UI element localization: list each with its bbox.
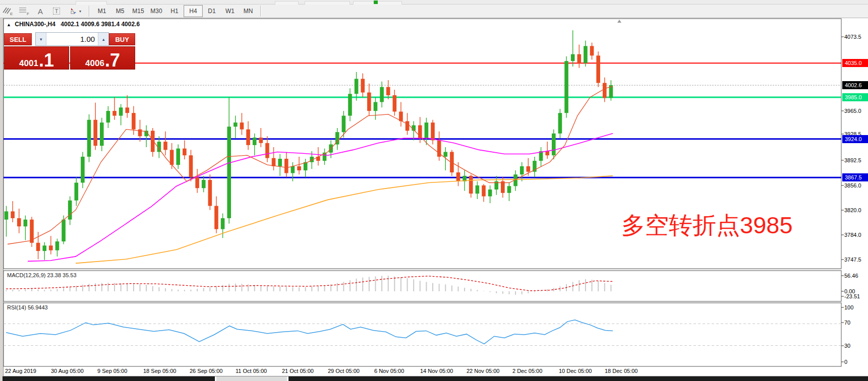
candle-body: [170, 150, 174, 165]
one-click-trade-panel: SELL ▾ 1.00 ▴ BUY 4001 .1 4006 .7: [4, 32, 135, 70]
candle-body: [195, 177, 199, 188]
date-axis[interactable]: 22 Aug 201930 Aug 05:009 Sep 05:0018 Sep…: [4, 367, 842, 376]
candle-body: [75, 182, 79, 200]
candle-body: [265, 143, 269, 158]
price-badge: 3985.0: [842, 93, 868, 101]
rsi-label: RSI(14) 56.9443: [7, 304, 48, 310]
candle-body: [367, 92, 371, 111]
sell-button[interactable]: SELL: [4, 33, 32, 45]
candle-body: [55, 241, 60, 250]
candle-body: [469, 176, 473, 194]
bottom-window-cutoff: [3, 376, 868, 381]
buy-button[interactable]: BUY: [109, 33, 135, 45]
date-tick-label: 2 Dec 05:00: [512, 368, 542, 374]
candle-body: [558, 113, 562, 134]
price-tick-label: 3856.0: [844, 182, 861, 188]
candle-body: [425, 122, 429, 138]
price-badge: 4035.0: [842, 59, 868, 67]
rsi-tick-label: 30: [844, 343, 850, 349]
date-tick-label: 22 Nov 05:00: [467, 368, 499, 374]
candle-body: [253, 138, 257, 145]
candle-body: [240, 122, 244, 130]
candle-body: [545, 151, 549, 155]
candle-body: [406, 121, 410, 131]
date-tick-label: 26 Sep 05:00: [190, 368, 222, 374]
sell-price-tile[interactable]: 4001 .1: [4, 46, 69, 70]
symbol-ohlc: 4002.1 4009.6 3981.4 4002.6: [61, 21, 140, 28]
candle-body: [208, 180, 212, 206]
macd-pane[interactable]: [4, 271, 841, 301]
candle-body: [564, 61, 568, 113]
rsi-tick-label: 0: [844, 359, 847, 365]
candle-body: [163, 142, 167, 150]
candle-body: [603, 83, 607, 98]
candle-body: [227, 126, 231, 218]
candle-body: [100, 122, 104, 146]
candle-body: [291, 166, 295, 173]
candle-body: [348, 94, 352, 115]
chart-annotation-text: 多空转折点3985: [621, 210, 793, 241]
symbol-name: CHINA300-,H4: [15, 21, 55, 28]
candle-body: [577, 54, 582, 64]
price-tick-label: 3820.0: [844, 207, 861, 213]
sell-price-frac: .1: [39, 53, 54, 68]
date-tick-label: 14 Nov 05:00: [420, 368, 453, 374]
price-tick-label: 3892.5: [844, 157, 861, 163]
candle-body: [151, 131, 155, 152]
price-tick-label: 3784.0: [844, 232, 861, 238]
candle-body: [272, 158, 276, 166]
price-tick-label: 3965.0: [844, 108, 861, 114]
candle-body: [386, 87, 390, 95]
date-tick-label: 10 Dec 05:00: [559, 368, 592, 374]
candle-body: [393, 95, 397, 112]
buy-price-tile[interactable]: 4006 .7: [70, 46, 135, 70]
symbol-header: ▲ CHINA300-,H4 4002.1 4009.6 3981.4 4002…: [7, 21, 140, 28]
price-badge: 3867.5: [842, 173, 868, 181]
date-tick-label: 11 Oct 05:00: [236, 368, 267, 374]
candle-body: [81, 157, 85, 183]
date-tick-label: 22 Aug 2019: [5, 368, 36, 374]
buy-price-frac: .7: [105, 53, 120, 68]
candle-body: [361, 79, 365, 92]
volume-decrease-button[interactable]: ▾: [36, 33, 46, 45]
date-tick-label: 21 Oct 05:00: [282, 368, 314, 374]
macd-label: MACD(12,26,9) 23.38 35.53: [7, 272, 77, 278]
candle-body: [183, 149, 187, 156]
rsi-pane[interactable]: [4, 303, 841, 366]
price-badge: 4002.6: [842, 81, 868, 89]
candle-body: [214, 206, 218, 229]
price-tick-label: 3747.5: [844, 257, 861, 263]
candle-body: [482, 185, 486, 197]
candle-body: [342, 116, 346, 133]
volume-input[interactable]: 1.00: [46, 33, 98, 45]
date-tick-label: 30 Aug 05:00: [51, 368, 84, 374]
date-tick-label: 29 Oct 05:00: [328, 368, 360, 374]
candle-body: [374, 102, 378, 111]
candle-body: [5, 211, 9, 219]
rsi-tick-label: 100: [844, 304, 853, 310]
candle-body: [596, 55, 600, 83]
candle-body: [189, 155, 193, 177]
candle-body: [246, 130, 250, 145]
candle-body: [520, 166, 524, 174]
candle-body: [355, 79, 359, 94]
bottom-strip-segment: [215, 376, 288, 381]
candle-body: [62, 220, 66, 241]
candle-body: [552, 134, 556, 155]
volume-increase-button[interactable]: ▴: [98, 33, 108, 45]
candle-body: [501, 181, 505, 193]
candle-body: [119, 107, 123, 115]
macd-tick-label: -23.51: [844, 293, 860, 299]
candle-body: [132, 113, 136, 130]
candle-body: [443, 152, 447, 156]
volume-box: ▾ 1.00 ▴: [35, 32, 109, 46]
date-tick-label: 18 Dec 05:00: [605, 368, 638, 374]
candle-body: [571, 54, 575, 61]
candle-body: [106, 111, 110, 122]
collapse-triangle-icon[interactable]: ▲: [7, 22, 11, 27]
candle-body: [11, 211, 15, 218]
date-tick-label: 9 Sep 05:00: [97, 368, 127, 374]
candle-body: [112, 111, 117, 115]
candle-body: [24, 220, 28, 227]
candle-body: [42, 245, 46, 251]
